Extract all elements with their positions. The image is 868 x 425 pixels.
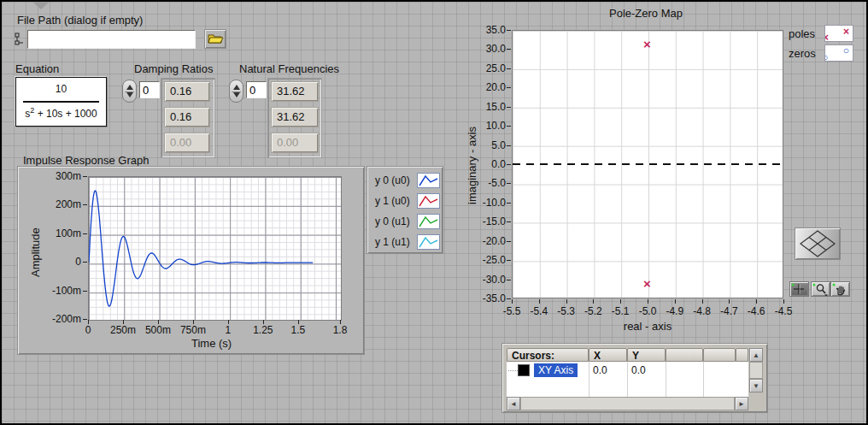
- impulse-x-tick-label: 1.5: [281, 324, 315, 336]
- file-path-label: File Path (dialog if empty): [17, 14, 143, 27]
- line-sample-icon: [418, 194, 439, 208]
- damping-index-spinner[interactable]: [122, 80, 137, 103]
- cursor-tool-button[interactable]: [789, 281, 809, 297]
- pz-y-tickmark: [507, 260, 511, 261]
- zero-marker-icon: ○: [824, 52, 828, 62]
- pz-y-tickmark: [507, 126, 511, 127]
- pz-y-tickmark: [507, 183, 511, 184]
- browse-button[interactable]: [204, 29, 226, 49]
- cursor-header-y: Y: [627, 348, 666, 362]
- pole-marker-icon: ×: [824, 32, 829, 42]
- damping-value-2: 0.00: [164, 133, 210, 153]
- zeros-legend-box[interactable]: ○ ○: [824, 44, 853, 62]
- line-sample-icon: [418, 215, 439, 228]
- natural-value-0: 31.62: [271, 81, 319, 102]
- damping-index-field[interactable]: [139, 81, 160, 98]
- cursor-color-swatch[interactable]: [518, 364, 530, 376]
- natural-index-field[interactable]: [246, 81, 267, 98]
- scroll-left-button[interactable]: ◄: [507, 397, 520, 410]
- increment-icon[interactable]: [126, 85, 133, 90]
- cursor-header-cursors: Cursors:: [507, 348, 589, 362]
- impulse-response-curve: [89, 177, 341, 320]
- zoom-tool-button[interactable]: [811, 281, 830, 297]
- polezero-title: Pole-Zero Map: [508, 7, 783, 20]
- impulse-x-tick-label: 1.8: [323, 324, 357, 336]
- pz-x-tickmark: [566, 299, 567, 304]
- pz-y-tick-label: -20.0: [469, 235, 506, 247]
- pz-x-tick-label: -5.0: [633, 305, 662, 317]
- impulse-x-tickmark: [298, 320, 299, 324]
- fraction-bar: [23, 101, 99, 103]
- decrement-icon[interactable]: [126, 92, 133, 97]
- pz-y-tick-label: 20.0: [469, 81, 506, 93]
- pz-x-tickmark: [729, 299, 730, 304]
- pz-x-tickmark: [512, 299, 513, 304]
- cursor-x-value[interactable]: 0.0: [593, 364, 607, 376]
- impulse-y-tick-label: 300m: [45, 170, 81, 182]
- impulse-legend-item[interactable]: y 0 (u1): [367, 212, 443, 231]
- pz-x-tick-label: -5.3: [552, 305, 581, 317]
- impulse-y-tick-label: 200m: [45, 198, 81, 210]
- equation-display: 10 s2 + 10s + 1000: [15, 77, 107, 127]
- pz-y-tick-label: 15.0: [469, 101, 506, 113]
- horizontal-scrollbar-track[interactable]: [520, 397, 735, 410]
- poles-legend-box[interactable]: × ×: [824, 25, 853, 42]
- pan-tool-button[interactable]: [830, 281, 850, 297]
- impulse-legend-item[interactable]: y 1 (u0): [367, 192, 443, 210]
- impulse-y-tick-label: 0: [45, 256, 81, 268]
- vertical-scrollbar-track[interactable]: [749, 362, 763, 379]
- pz-y-tickmark: [507, 298, 511, 299]
- impulse-y-tickmark: [83, 204, 87, 205]
- pz-y-tick-label: 0.0: [469, 158, 506, 170]
- cursor-header-x: X: [589, 348, 627, 362]
- impulse-y-tick-label: -200m: [45, 313, 81, 325]
- pz-x-tick-label: -5.5: [497, 305, 526, 317]
- increment-icon[interactable]: [233, 85, 240, 90]
- cursor-y-value[interactable]: 0.0: [631, 364, 646, 376]
- natural-index-spinner[interactable]: [229, 80, 243, 103]
- pz-y-tick-label: 25.0: [469, 62, 506, 74]
- pz-y-tick-label: -30.0: [469, 274, 506, 286]
- impulse-x-tickmark: [228, 320, 229, 324]
- natural-value-1: 31.62: [271, 107, 319, 127]
- impulse-y-tick-label: 100m: [45, 227, 81, 239]
- pz-x-tick-label: -5.1: [606, 305, 635, 317]
- impulse-x-tick-label: 1: [211, 324, 245, 336]
- pz-y-tick-label: -15.0: [469, 215, 506, 227]
- cursor-name-cell[interactable]: XY Axis: [534, 363, 578, 377]
- pz-y-tickmark: [507, 107, 511, 108]
- impulse-legend-item[interactable]: y 1 (u1): [367, 233, 443, 251]
- impulse-legend-item-label: y 1 (u1): [375, 236, 410, 248]
- cursor-header-empty: [666, 348, 703, 362]
- labview-front-panel: File Path (dialog if empty) Equation 10 …: [0, 0, 868, 425]
- impulse-y-axis-title: Amplitude: [29, 227, 42, 277]
- scroll-up-button[interactable]: ▲: [749, 348, 763, 362]
- scroll-right-button[interactable]: ►: [735, 397, 748, 410]
- line-sample-icon: [418, 174, 439, 187]
- impulse-x-tick-label: 250m: [106, 324, 140, 336]
- equation-label: Equation: [15, 62, 59, 75]
- impulse-legend-item-label: y 0 (u0): [375, 174, 410, 186]
- pz-x-tickmark: [593, 299, 594, 304]
- natural-label: Natural Frequencies: [239, 62, 339, 75]
- impulse-plot[interactable]: [88, 176, 342, 321]
- scroll-down-button[interactable]: ▼: [749, 379, 763, 393]
- pz-y-tickmark: [507, 221, 511, 222]
- den-rest: + 10s + 1000: [34, 108, 97, 120]
- file-path-input[interactable]: [27, 30, 196, 49]
- cursor-header-empty: [703, 348, 736, 362]
- impulse-y-tickmark: [83, 233, 87, 234]
- zeros-legend-label: zeros: [789, 47, 816, 60]
- cursor-mover-button[interactable]: [795, 227, 841, 260]
- impulse-x-axis-title: Time (s): [191, 337, 232, 350]
- pz-x-tickmark: [648, 299, 648, 304]
- decrement-icon[interactable]: [233, 92, 240, 97]
- impulse-x-tick-label: 1.25: [246, 324, 280, 336]
- pz-x-tick-label: -4.6: [742, 305, 771, 317]
- pz-x-tickmark: [675, 299, 676, 304]
- pz-y-tick-label: 5.0: [469, 139, 506, 151]
- impulse-legend-item[interactable]: y 0 (u0): [367, 171, 443, 190]
- damping-value-0: 0.16: [164, 81, 210, 102]
- column-separator: [666, 362, 666, 397]
- impulse-y-tickmark: [83, 291, 87, 292]
